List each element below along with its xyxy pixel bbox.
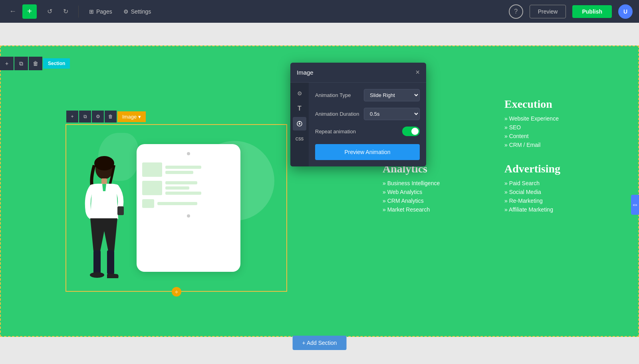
tablet-bar-5 xyxy=(165,192,201,195)
pages-icon: ⊞ xyxy=(89,8,94,15)
svg-rect-3 xyxy=(117,206,124,215)
tablet-row-3 xyxy=(142,199,235,208)
section-add-button[interactable]: + xyxy=(0,57,14,70)
advertising-item-4: Affiliate Marketing xyxy=(504,206,614,213)
advertising-col: Advertising Paid Search Social Media Re-… xyxy=(504,162,614,215)
preview-button[interactable]: Preview xyxy=(530,5,566,18)
execution-col: Execution Website Experience SEO Content… xyxy=(504,98,614,150)
analytics-item-4: Market Research xyxy=(383,206,492,213)
image-copy-button[interactable]: ⧉ xyxy=(79,111,91,123)
settings-gear-icon: ⚙ xyxy=(123,8,129,15)
tablet-bar-2 xyxy=(165,171,193,174)
panel-tab-settings[interactable]: ⚙ xyxy=(293,87,306,100)
panel-sidebar: ⚙ T CSS xyxy=(290,83,309,166)
add-element-button[interactable]: + xyxy=(22,4,37,19)
panel-close-button[interactable]: × xyxy=(415,68,420,77)
drag-handle[interactable]: ⟡ xyxy=(172,287,181,297)
advertising-item-1: Paid Search xyxy=(504,180,614,186)
nav-divider xyxy=(78,6,79,18)
analytics-item-3: CRM Analytics xyxy=(383,198,492,204)
panel-tab-css[interactable]: CSS xyxy=(293,132,306,146)
tablet-bar-3 xyxy=(165,181,197,184)
tablet-box-3 xyxy=(142,199,154,208)
panel-tab-text[interactable]: T xyxy=(293,102,306,115)
topnav: ← + ↺ ↻ ⊞ Pages ⚙ Settings ? Preview Pub… xyxy=(0,0,639,23)
execution-item-4: CRM / Email xyxy=(504,142,614,148)
undo-button[interactable]: ↺ xyxy=(43,5,56,18)
preview-animation-button[interactable]: Preview Animation xyxy=(315,144,420,160)
animation-duration-label: Animation Duration xyxy=(315,111,359,117)
tablet-row-2 xyxy=(142,181,235,195)
image-delete-button[interactable]: 🗑 xyxy=(105,111,117,123)
image-label: Image xyxy=(122,114,137,120)
image-add-button[interactable]: + xyxy=(66,111,78,123)
svg-point-8 xyxy=(299,123,300,125)
advertising-item-2: Social Media xyxy=(504,189,614,195)
execution-item-3: Content xyxy=(504,133,614,139)
tablet-box-1 xyxy=(142,162,162,177)
tablet-wrapper xyxy=(137,144,240,272)
right-edge-handle[interactable]: «» xyxy=(631,195,639,215)
panel-header: Image × xyxy=(290,63,426,83)
section-toolbar: + ⧉ 🗑 Section xyxy=(0,57,70,70)
svg-rect-2 xyxy=(101,178,107,184)
execution-title: Execution xyxy=(504,98,614,111)
publish-button[interactable]: Publish xyxy=(572,5,612,18)
repeat-animation-label: Repeat animation xyxy=(315,129,356,135)
panel-body: ⚙ T CSS Animation Type xyxy=(290,83,426,166)
pages-button[interactable]: ⊞ Pages xyxy=(85,6,116,17)
css-label: CSS xyxy=(296,137,304,141)
execution-item-1: Website Experience xyxy=(504,115,614,122)
animation-type-label: Animation Type xyxy=(315,92,351,98)
section-copy-button[interactable]: ⧉ xyxy=(14,57,28,70)
repeat-animation-toggle[interactable] xyxy=(402,127,420,136)
svg-rect-4 xyxy=(93,250,101,274)
avatar: U xyxy=(618,4,633,19)
panel-tab-animation[interactable] xyxy=(293,117,306,131)
svg-point-1 xyxy=(94,156,114,170)
section-delete-button[interactable]: 🗑 xyxy=(29,57,42,70)
help-button[interactable]: ? xyxy=(509,4,523,19)
image-toolbar: + ⧉ ⚙ 🗑 Image ▾ xyxy=(66,111,146,123)
tablet-row-1 xyxy=(142,162,235,177)
panel-title: Image xyxy=(297,69,314,76)
svg-rect-5 xyxy=(107,250,114,274)
settings-panel: Image × ⚙ T CSS xyxy=(290,63,426,166)
execution-item-2: SEO xyxy=(504,124,614,131)
tablet-bar-1 xyxy=(165,166,201,169)
tablet-bottom-dot xyxy=(187,214,190,218)
tablet-illustration xyxy=(137,144,240,272)
person-figure xyxy=(74,155,130,287)
section-label: Section xyxy=(43,58,70,69)
panel-content: Animation Type Slide Right None Fade In … xyxy=(309,83,426,166)
animation-type-row: Animation Type Slide Right None Fade In … xyxy=(315,89,420,101)
back-button[interactable]: ← xyxy=(6,5,19,18)
add-section-button[interactable]: + Add Section xyxy=(293,336,347,350)
image-chevron-icon: ▾ xyxy=(138,114,141,120)
svg-point-6 xyxy=(90,272,104,278)
image-settings-button[interactable]: ⚙ xyxy=(92,111,104,123)
analytics-col: Analytics Business Intelligence Web Anal… xyxy=(383,162,492,215)
animation-duration-select[interactable]: 0.5s 0.3s 0.8s 1s 1.5s 2s xyxy=(364,108,420,120)
analytics-item-1: Business Intelligence xyxy=(383,180,492,186)
image-inner xyxy=(66,125,286,291)
tablet-top-dot xyxy=(187,152,190,155)
tablet-bar-6 xyxy=(157,202,197,205)
settings-button[interactable]: ⚙ Settings xyxy=(119,6,155,17)
tablet-bar-4 xyxy=(165,186,189,190)
advertising-title: Advertising xyxy=(504,162,614,175)
history-controls: ↺ ↻ xyxy=(42,5,72,18)
animation-type-select[interactable]: Slide Right None Fade In Slide Left Slid… xyxy=(364,89,420,101)
redo-button[interactable]: ↻ xyxy=(59,5,72,18)
person-svg xyxy=(74,155,130,291)
image-element[interactable]: + ⧉ ⚙ 🗑 Image ▾ xyxy=(65,124,287,292)
image-type-button[interactable]: Image ▾ xyxy=(117,111,146,122)
tablet-box-2 xyxy=(142,181,162,195)
animation-duration-row: Animation Duration 0.5s 0.3s 0.8s 1s 1.5… xyxy=(315,108,420,120)
analytics-item-2: Web Analytics xyxy=(383,189,492,195)
settings-label: Settings xyxy=(131,8,151,15)
toggle-slider xyxy=(402,127,420,136)
advertising-item-3: Re-Marketing xyxy=(504,198,614,204)
editor-area: Prac ROI Analysis Positioning Market Stu… xyxy=(0,23,639,364)
pages-label: Pages xyxy=(96,8,112,15)
